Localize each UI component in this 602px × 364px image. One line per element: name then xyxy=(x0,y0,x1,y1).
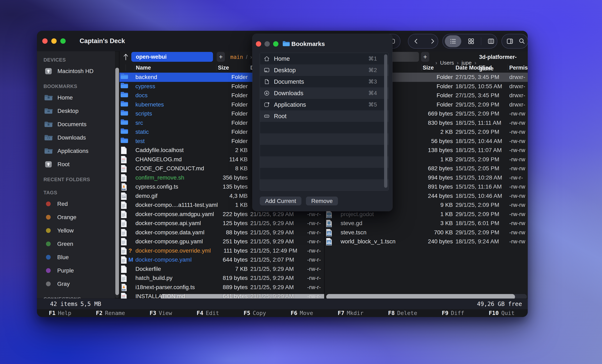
file-row-i18next-parser.config.ts[interactable]: MPEGi18next-parser.config.ts889 bytes21/… xyxy=(119,283,325,292)
file-date: 18/1/25, 10:44 AM xyxy=(455,137,502,146)
file-permissions: -rw-r- xyxy=(307,228,321,237)
close-button[interactable] xyxy=(42,38,48,44)
file-row-Dockerfile[interactable]: Dockerfile7 KB21/1/25, 9:29 AM-rw-r- xyxy=(119,265,325,274)
right-new-tab-button[interactable]: + xyxy=(421,52,429,62)
sidebar-item-red[interactable]: Red xyxy=(37,197,115,211)
forward-button[interactable] xyxy=(429,37,436,45)
file-size: 251 bytes xyxy=(193,237,248,246)
file-permissions: -rw-r- xyxy=(307,265,321,274)
dialog-scrollbar-thumb[interactable] xyxy=(384,54,387,188)
drive-icon xyxy=(44,67,53,75)
column-header-name[interactable]: Name xyxy=(136,63,151,73)
sidebar-item-purple[interactable]: Purple xyxy=(37,264,115,277)
list-view-icon xyxy=(449,37,457,45)
remove-button[interactable]: Remove xyxy=(306,197,338,205)
fn-key-f4[interactable]: F4Edit xyxy=(197,309,219,317)
bookmark-label: Home xyxy=(274,55,290,62)
file-row-hatch_build.py[interactable]: hatch_build.py819 bytes21/1/25, 9:29 AM-… xyxy=(119,274,325,283)
file-permissions: -rw-r- xyxy=(307,283,321,292)
column-header-size[interactable]: Size xyxy=(218,63,229,73)
file-permissions: -rw-rw xyxy=(509,201,525,210)
file-row-INSTALLATION.md[interactable]: INSTALLATION.md641 bytes21/1/25, 9:29 AM… xyxy=(119,292,325,299)
bookmarks-folder-icon xyxy=(282,41,290,48)
column-view-button[interactable] xyxy=(487,37,495,45)
bookmark-shortcut: ⌘4 xyxy=(368,90,377,96)
svg-text:MPEG: MPEG xyxy=(122,289,125,290)
file-row-steve.tscn[interactable]: SCENEsteve.tscn700 KB29/1/25, 2:09 PM-rw… xyxy=(325,228,528,237)
bookmark-item-home[interactable]: Home⌘1 xyxy=(260,53,388,64)
file-name: test xyxy=(135,137,145,146)
file-row-docker-compose.api.yaml[interactable]: docker-compose.api.yaml125 bytes21/1/25,… xyxy=(119,219,325,228)
file-date: 29/1/25, 2:09 PM xyxy=(455,210,499,219)
file-size: Folder xyxy=(398,73,453,82)
sidebar-item-root[interactable]: Root xyxy=(37,158,115,171)
sidebar-item-downloads[interactable]: Downloads xyxy=(37,131,115,144)
zoom-button[interactable] xyxy=(60,38,66,44)
tag-color-dot xyxy=(46,242,51,246)
fn-key-f8[interactable]: F8Delete xyxy=(388,309,417,317)
sidebar-item-applications[interactable]: Applications xyxy=(37,144,115,158)
column-header-date[interactable]: Date Modified xyxy=(455,63,492,73)
column-header-size[interactable]: Size xyxy=(423,63,434,73)
sidebar-item-desktop[interactable]: Desktop xyxy=(37,104,115,118)
fn-key-f5[interactable]: F5Copy xyxy=(244,309,266,317)
fn-key-f10[interactable]: F10Quit xyxy=(489,309,515,317)
back-button[interactable] xyxy=(412,37,420,45)
file-date: 21/1/25, 9:29 AM xyxy=(250,274,294,283)
sidebar-scrollbar-thumb[interactable] xyxy=(115,68,119,295)
minimize-button[interactable] xyxy=(51,38,57,44)
sidebar-item-documents[interactable]: Documents xyxy=(37,118,115,131)
file-row-docker-compose.data.yaml[interactable]: docker-compose.data.yaml88 bytes21/1/25,… xyxy=(119,228,325,237)
file-row-steve.gd[interactable]: GDSCRIPTsteve.gd3 KB18/1/25, 6:01 PM-rw-… xyxy=(325,219,528,228)
desktop-icon xyxy=(263,67,270,73)
search-button[interactable] xyxy=(518,37,526,45)
file-row-docker-compose.gpu.yaml[interactable]: docker-compose.gpu.yaml251 bytes21/1/25,… xyxy=(119,237,325,246)
file-permissions: -rw-r- xyxy=(307,274,321,283)
bookmark-label: Desktop xyxy=(274,67,296,74)
sidebar-section-connections: CONNECTIONS xyxy=(37,295,115,299)
file-row-docker-compose.yaml[interactable]: Mdocker-compose.yaml644 bytes21/1/25, 2:… xyxy=(119,255,325,265)
file-size: Folder xyxy=(193,91,248,100)
dialog-close-button[interactable] xyxy=(256,41,261,47)
fn-key-f1[interactable]: F1Help xyxy=(49,309,71,317)
fn-key-f6[interactable]: F6Move xyxy=(291,309,313,317)
left-new-tab-button[interactable]: + xyxy=(217,52,225,62)
fn-key-f7[interactable]: F7Mkdir xyxy=(338,309,364,317)
file-row-docker-compose.override.yml[interactable]: ?docker-compose.override.yml111 bytes21/… xyxy=(119,246,325,256)
sidebar-section-devices: DEVICES xyxy=(37,55,115,64)
grid-view-button[interactable] xyxy=(467,37,475,45)
file-size: 240 bytes xyxy=(398,237,453,246)
file-name: kubernetes xyxy=(135,100,164,109)
bookmark-item-documents[interactable]: Documents⌘3 xyxy=(260,76,388,87)
up-directory-icon[interactable] xyxy=(123,53,129,62)
sidebar-item-yellow[interactable]: Yellow xyxy=(37,224,115,237)
bookmark-shortcut: ⌘2 xyxy=(368,67,377,74)
file-permissions: -rw-rw xyxy=(509,109,525,118)
bookmark-item-applications[interactable]: Applications⌘5 xyxy=(260,99,388,110)
file-size: 830 bytes xyxy=(398,118,453,128)
sidebar-item-home[interactable]: Home xyxy=(37,91,115,104)
sidebar-toggle-button[interactable] xyxy=(506,37,514,45)
dialog-zoom-button[interactable] xyxy=(273,41,279,47)
file-row-world_block_v_1.tscn[interactable]: SCENEworld_block_v_1.tscn240 bytes18/1/2… xyxy=(325,237,528,246)
sidebar-item-blue[interactable]: Blue xyxy=(37,251,115,264)
column-header-permissions[interactable]: Permis xyxy=(509,63,528,73)
left-breadcrumb[interactable]: main / › xyxy=(230,51,252,63)
sidebar-item-gray[interactable]: Gray xyxy=(37,277,115,290)
dialog-buttons: Add Current Remove xyxy=(260,197,338,205)
dialog-traffic-lights xyxy=(256,41,279,47)
sidebar-item-green[interactable]: Green xyxy=(37,237,115,251)
add-current-button[interactable]: Add Current xyxy=(260,197,301,205)
list-view-button[interactable] xyxy=(445,35,461,47)
bookmark-item-downloads[interactable]: Downloads⌘4 xyxy=(260,87,388,99)
fn-key-f3[interactable]: F3View xyxy=(150,309,172,317)
sidebar-item-macintosh-hd[interactable]: Macintosh HD xyxy=(37,64,115,78)
traffic-lights xyxy=(42,38,66,44)
sidebar-item-orange[interactable]: Orange xyxy=(37,211,115,224)
fn-key-f2[interactable]: F2Rename xyxy=(96,309,125,317)
drive-icon xyxy=(263,113,270,119)
left-active-tab[interactable]: open-webui xyxy=(131,52,213,62)
bookmark-item-root[interactable]: Root xyxy=(260,110,388,122)
fn-key-f9[interactable]: F9Diff xyxy=(442,309,464,317)
bookmark-item-desktop[interactable]: Desktop⌘2 xyxy=(260,64,388,76)
